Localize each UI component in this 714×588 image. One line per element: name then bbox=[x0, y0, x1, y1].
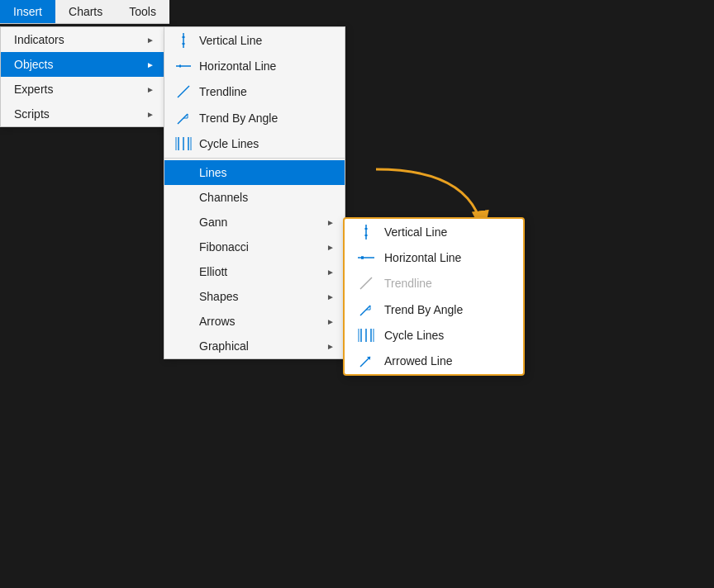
arrow-icon: ► bbox=[146, 36, 155, 45]
horizontal-line-icon bbox=[174, 62, 193, 70]
submenu-arrows[interactable]: Arrows ► bbox=[164, 309, 345, 334]
menu-bar: Insert Charts Tools bbox=[0, 0, 169, 24]
cycle-lines-icon bbox=[356, 329, 376, 342]
cycle-lines-icon bbox=[174, 137, 193, 150]
menu-charts[interactable]: Charts bbox=[55, 0, 116, 23]
arrow-icon: ► bbox=[326, 317, 335, 326]
arrowed-line-icon bbox=[356, 353, 376, 368]
menu-item-experts[interactable]: Experts ► bbox=[1, 77, 164, 102]
menu-item-objects[interactable]: Objects ► bbox=[1, 52, 164, 77]
submenu-lines[interactable]: Lines bbox=[164, 160, 345, 185]
submenu-trend-by-angle[interactable]: Trend By Angle bbox=[164, 105, 345, 131]
svg-line-19 bbox=[360, 306, 370, 315]
insert-dropdown: Indicators ► Objects ► Experts ► Scripts… bbox=[0, 26, 165, 127]
menu-item-scripts[interactable]: Scripts ► bbox=[1, 102, 164, 126]
submenu-cycle-lines[interactable]: Cycle Lines bbox=[164, 131, 345, 156]
arrow-icon: ► bbox=[146, 110, 155, 119]
trend-by-angle-icon bbox=[356, 302, 376, 317]
lines-submenu: Vertical Line Horizontal Line Trendline … bbox=[343, 217, 525, 376]
vertical-line-icon bbox=[174, 33, 193, 48]
arrow-icon: ► bbox=[146, 85, 155, 94]
arrow-icon: ► bbox=[326, 218, 335, 227]
submenu-fibonacci[interactable]: Fibonacci ► bbox=[164, 235, 345, 259]
menu-tools[interactable]: Tools bbox=[116, 0, 169, 23]
tertiary-cycle-lines[interactable]: Cycle Lines bbox=[345, 323, 523, 348]
trend-by-angle-icon bbox=[174, 111, 193, 126]
tertiary-vertical-line[interactable]: Vertical Line bbox=[345, 219, 523, 245]
submenu-horizontal-line[interactable]: Horizontal Line bbox=[164, 54, 345, 78]
tertiary-trend-by-angle[interactable]: Trend By Angle bbox=[345, 296, 523, 323]
trendline-icon bbox=[174, 84, 193, 99]
submenu-channels[interactable]: Channels bbox=[164, 185, 345, 210]
horizontal-line-icon bbox=[356, 254, 376, 262]
objects-submenu: Vertical Line Horizontal Line Trendline … bbox=[164, 26, 345, 359]
tertiary-arrowed-line[interactable]: Arrowed Line bbox=[345, 348, 523, 374]
tertiary-trendline[interactable]: Trendline bbox=[345, 270, 523, 296]
submenu-graphical[interactable]: Graphical ► bbox=[164, 334, 345, 358]
vertical-line-icon bbox=[356, 225, 376, 239]
arrow-icon: ► bbox=[326, 268, 335, 277]
submenu-elliott[interactable]: Elliott ► bbox=[164, 259, 345, 284]
submenu-vertical-line[interactable]: Vertical Line bbox=[164, 27, 345, 54]
tertiary-horizontal-line[interactable]: Horizontal Line bbox=[345, 245, 523, 270]
menu-insert[interactable]: Insert bbox=[0, 0, 55, 23]
svg-line-6 bbox=[178, 114, 188, 124]
svg-line-18 bbox=[360, 277, 372, 289]
arrow-icon: ► bbox=[326, 342, 335, 351]
submenu-trendline[interactable]: Trendline bbox=[164, 78, 345, 105]
arrow-icon: ► bbox=[326, 243, 335, 252]
trendline-icon bbox=[356, 276, 376, 291]
arrow-icon: ► bbox=[146, 60, 155, 69]
submenu-gann[interactable]: Gann ► bbox=[164, 210, 345, 235]
svg-line-5 bbox=[178, 86, 189, 97]
submenu-divider bbox=[164, 158, 345, 159]
arrow-icon: ► bbox=[326, 292, 335, 301]
submenu-shapes[interactable]: Shapes ► bbox=[164, 284, 345, 309]
menu-item-indicators[interactable]: Indicators ► bbox=[1, 27, 164, 52]
